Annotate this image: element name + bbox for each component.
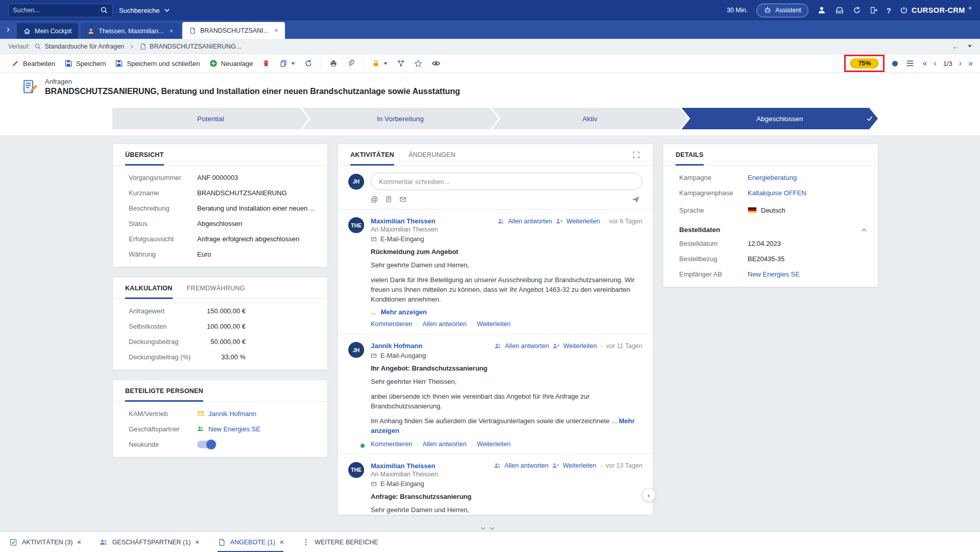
collapse-panel-button[interactable]: ‹: [642, 488, 656, 502]
menu-icon[interactable]: [905, 59, 915, 68]
reply-all-link[interactable]: Allen antworten: [505, 462, 548, 469]
forward-link[interactable]: Weiterleiten: [566, 218, 600, 225]
chevron-down-icon[interactable]: [480, 525, 486, 532]
forward-link[interactable]: Weiterleiten: [477, 441, 511, 448]
bottom-tab-geschaeftspartner[interactable]: GESCHÄFTSPARTNER (1) ×: [100, 532, 199, 552]
save-close-button[interactable]: Speichern und schließen: [111, 57, 204, 70]
reply-all-link[interactable]: Allen antworten: [505, 342, 549, 350]
attachment-button[interactable]: [343, 57, 359, 70]
stage-label: Aktiv: [583, 115, 597, 123]
field-row: BestellbezugBE20435-35: [663, 251, 878, 266]
reply-all-link[interactable]: Allen antworten: [422, 320, 466, 328]
campaign-link[interactable]: Energieberatung: [748, 174, 797, 181]
close-icon[interactable]: ×: [77, 539, 81, 546]
separator: ·: [600, 462, 602, 469]
stage-in-vorbereitung[interactable]: In Vorbereitung: [302, 108, 499, 129]
mail-icon[interactable]: [399, 196, 407, 203]
forward-link[interactable]: Weiterleiten: [563, 462, 596, 469]
close-icon[interactable]: ×: [280, 539, 283, 546]
newcustomer-toggle[interactable]: [197, 441, 216, 448]
tab-fremdwaehrung[interactable]: FREMDWÄHRUNG: [187, 278, 245, 299]
tab-aenderungen[interactable]: ÄNDERUNGEN: [409, 144, 456, 166]
stage-aktiv[interactable]: Aktiv: [492, 108, 688, 129]
bottom-tab-weitere-bereiche[interactable]: WEITERE BEREICHE: [302, 532, 378, 552]
recipient-link[interactable]: New Energies SE: [748, 270, 800, 278]
print-button[interactable]: [325, 57, 342, 70]
bottom-tab-angebote[interactable]: ANGEBOTE (1) ×: [218, 532, 284, 552]
search-input[interactable]: [13, 7, 100, 14]
tab-aktivitaeten[interactable]: AKTIVITÄTEN: [350, 144, 394, 166]
delete-button[interactable]: [258, 57, 274, 70]
inbox-icon[interactable]: [835, 6, 844, 15]
tab-kalkulation[interactable]: KALKULATION: [125, 278, 173, 299]
breadcrumb-search[interactable]: Standardsuche für Anfragen: [34, 43, 124, 50]
comment-link[interactable]: Kommentieren: [371, 320, 412, 328]
back-arrow-icon[interactable]: ←: [952, 42, 960, 51]
mention-icon[interactable]: @: [371, 195, 378, 203]
tab-uebersicht[interactable]: ÜBERSICHT: [125, 144, 164, 166]
stage-abgeschlossen[interactable]: Abgeschlossen: [682, 108, 878, 129]
show-more-link[interactable]: Mehr anzeigen: [380, 308, 426, 316]
field-row: Anfragewert150.000,00 €: [113, 303, 327, 318]
dropdown-icon[interactable]: [968, 45, 972, 48]
kam-link[interactable]: Jannik Hofmann: [208, 410, 256, 418]
chevron-down-icon: [163, 7, 171, 14]
create-button[interactable]: Neuanlage: [205, 57, 257, 70]
workflow-button[interactable]: [393, 57, 409, 70]
tab-contact[interactable]: Theissen, Maximilian... ×: [81, 23, 180, 39]
forward-link[interactable]: Weiterleiten: [477, 320, 511, 328]
comment-link[interactable]: Kommentieren: [371, 441, 412, 448]
edit-button[interactable]: Bearbeiten: [7, 57, 59, 70]
close-icon[interactable]: ×: [169, 27, 173, 35]
help-icon[interactable]: ?: [887, 6, 891, 15]
refresh-icon[interactable]: [853, 6, 861, 14]
details-card: DETAILS Kampagne Energieberatung Kampagn…: [663, 144, 878, 287]
chevron-down-icon[interactable]: [489, 525, 495, 532]
prev-page-icon[interactable]: ‹: [934, 59, 936, 67]
copy-button[interactable]: [275, 57, 299, 70]
refresh-button[interactable]: [300, 57, 317, 70]
author-link[interactable]: Maximilian Theissen: [371, 462, 435, 470]
save-button[interactable]: Speichern: [60, 57, 110, 70]
lock-button[interactable]: [368, 57, 392, 70]
campaign-phase-link[interactable]: Kaltakquise OFFEN: [748, 189, 806, 197]
comment-input[interactable]: [371, 173, 642, 190]
tab-cockpit[interactable]: Mein Cockpit: [17, 23, 78, 39]
search-icon[interactable]: [100, 6, 108, 14]
author-link[interactable]: Maximilian Theissen: [371, 217, 435, 225]
timestamp: vor 6 Tagen: [609, 218, 642, 225]
note-icon[interactable]: [385, 196, 392, 203]
global-search[interactable]: [8, 4, 113, 17]
check-icon: [866, 115, 873, 122]
tab-beteiligte-personen[interactable]: BETEILIGTE PERSONEN: [125, 380, 203, 402]
fullscreen-icon[interactable]: [632, 151, 640, 159]
search-scope-dropdown[interactable]: Suchbereiche: [119, 7, 171, 14]
collapse-icon[interactable]: [861, 226, 868, 234]
close-icon[interactable]: ×: [195, 539, 199, 546]
breadcrumb-record[interactable]: BRANDSCHUTZSANIERUNG...: [139, 43, 241, 50]
reply-all-link[interactable]: Allen antworten: [508, 218, 552, 225]
right-column: DETAILS Kampagne Energieberatung Kampagn…: [663, 144, 878, 287]
first-page-icon[interactable]: «: [922, 59, 927, 67]
comment-composer: JH: [338, 166, 653, 195]
partner-link[interactable]: New Energies SE: [208, 425, 260, 433]
logout-icon[interactable]: [870, 6, 878, 14]
assistant-button[interactable]: Assistent: [756, 4, 808, 17]
last-page-icon[interactable]: »: [968, 59, 973, 67]
favorite-button[interactable]: [410, 57, 426, 70]
author-link[interactable]: Jannik Hofmann: [371, 342, 422, 350]
reply-all-link[interactable]: Allen antworten: [422, 441, 466, 448]
stage-potential[interactable]: Potential: [112, 108, 309, 129]
chevron-right-icon[interactable]: [2, 27, 14, 33]
body-text: Sehr geehrter Herr Theissen,: [371, 377, 642, 387]
tab-record[interactable]: BRANDSCHUTZSANI... ×: [182, 22, 285, 39]
close-icon[interactable]: ×: [274, 27, 278, 34]
tab-details[interactable]: DETAILS: [676, 144, 704, 166]
progress-badge[interactable]: 75%: [850, 58, 879, 68]
send-icon[interactable]: [631, 195, 640, 204]
forward-link[interactable]: Weiterleiten: [563, 342, 597, 350]
watch-button[interactable]: [427, 56, 445, 71]
bottom-tab-aktivitaeten[interactable]: AKTIVITÄTEN (3) ×: [9, 532, 81, 552]
user-icon[interactable]: [817, 6, 826, 15]
next-page-icon[interactable]: ›: [959, 59, 962, 67]
